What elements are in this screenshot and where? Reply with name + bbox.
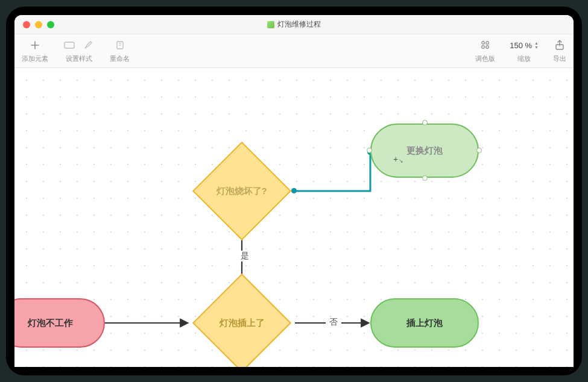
node-plug-in-label: 插上灯泡 [406, 318, 443, 329]
node-replace[interactable]: 更换灯泡 [370, 124, 479, 178]
window-title: 灯泡维修过程 [14, 19, 574, 30]
rectangle-icon [63, 39, 76, 52]
toolbar-export-label: 导出 [553, 54, 566, 63]
zoom-value: 150 % [510, 41, 532, 50]
chevron-down-icon: ▼ [534, 45, 539, 49]
canvas[interactable]: 灯泡不工作 灯泡插上了 灯泡烧坏了? 插上灯泡 更换灯泡 [14, 68, 574, 367]
app-window: 灯泡维修过程 添加元素 设置样式 重命名 [14, 15, 574, 367]
selection-handle-n[interactable] [422, 120, 428, 125]
toolbar-add-element[interactable]: 添加元素 [22, 38, 48, 63]
window-controls [23, 21, 54, 28]
toolbar-zoom[interactable]: 150 % ▲ ▼ 缩放 [510, 38, 539, 63]
document-icon [267, 21, 274, 28]
toolbar-palette[interactable]: 调色版 [475, 38, 495, 63]
toolbar-palette-label: 调色版 [475, 54, 495, 63]
palette-icon [479, 39, 492, 52]
svg-point-5 [485, 46, 488, 49]
node-start-label: 灯泡不工作 [28, 318, 73, 329]
edge-label-yes[interactable]: 是 [237, 251, 253, 261]
plus-icon [28, 39, 42, 52]
toolbar-rename-label: 重命名 [110, 54, 130, 63]
text-cursor-icon [113, 39, 127, 52]
node-start[interactable]: 灯泡不工作 [14, 298, 105, 348]
node-plug-in[interactable]: 插上灯泡 [370, 298, 479, 348]
svg-point-3 [485, 42, 488, 45]
zoom-stepper[interactable]: ▲ ▼ [534, 41, 539, 49]
toolbar-export[interactable]: 导出 [553, 38, 566, 63]
toolbar-rename[interactable]: 重命名 [110, 38, 130, 63]
close-window-button[interactable] [23, 21, 30, 28]
edge-label-no[interactable]: 否 [326, 317, 341, 328]
node-burned-label: 灯泡烧坏了? [217, 185, 267, 196]
toolbar-set-style-label: 设置样式 [66, 54, 92, 63]
share-icon [553, 39, 566, 52]
edge-burned-replace[interactable] [294, 152, 370, 191]
chevron-up-icon: ▲ [534, 41, 539, 45]
minimize-window-button[interactable] [35, 21, 42, 28]
toolbar-add-element-label: 添加元素 [22, 54, 48, 63]
selection-handle-s[interactable] [422, 175, 428, 181]
node-replace-label: 更换灯泡 [406, 145, 443, 157]
svg-point-2 [481, 42, 484, 45]
window-title-text: 灯泡维修过程 [277, 19, 321, 30]
titlebar: 灯泡维修过程 [14, 15, 574, 34]
paintbrush-icon [82, 39, 95, 52]
svg-rect-0 [65, 42, 74, 48]
device-frame: 灯泡维修过程 添加元素 设置样式 重命名 [6, 7, 582, 375]
svg-point-4 [481, 46, 484, 49]
toolbar-set-style[interactable]: 设置样式 [63, 38, 95, 63]
selection-handle-w[interactable] [367, 148, 372, 153]
node-plugged-label: 灯泡插上了 [220, 318, 265, 329]
selection-handle-e[interactable] [476, 148, 482, 153]
connector-handle-start[interactable] [291, 188, 297, 193]
crosshair-cursor [393, 154, 403, 164]
zoom-window-button[interactable] [47, 21, 54, 28]
toolbar: 添加元素 设置样式 重命名 调色版 150 % [14, 34, 574, 68]
toolbar-zoom-label: 缩放 [517, 54, 531, 63]
